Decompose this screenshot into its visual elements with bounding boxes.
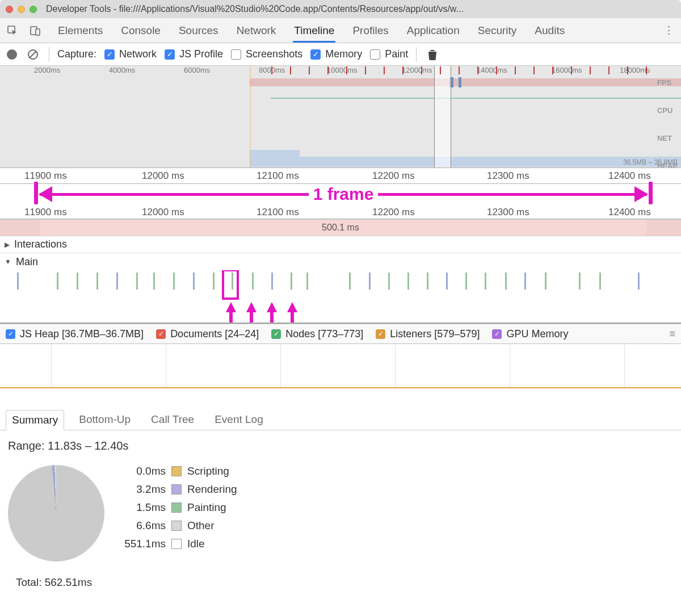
flame-event-slice[interactable] <box>485 273 486 290</box>
memory-item-listeners[interactable]: Listeners [579–579] <box>376 328 480 340</box>
flame-event-slice[interactable] <box>232 273 233 290</box>
inspect-element-icon[interactable] <box>5 23 20 39</box>
memory-item-documents[interactable]: Documents [24–24] <box>156 328 259 340</box>
flame-event-slice[interactable] <box>153 273 155 290</box>
memory-item-js-heap[interactable]: JS Heap [36.7MB–36.7MB] <box>6 328 144 340</box>
tab-bottom-up[interactable]: Bottom-Up <box>73 410 136 430</box>
tab-timeline[interactable]: Timeline <box>293 19 335 43</box>
checkbox-icon[interactable] <box>165 49 175 60</box>
section-main[interactable]: ▼ Main <box>0 253 681 270</box>
capture-option-paint[interactable]: Paint <box>370 48 408 60</box>
memory-options-icon[interactable]: ≡ <box>669 328 675 340</box>
overview-frame-mark <box>590 66 591 74</box>
flame-event-slice[interactable] <box>291 273 292 290</box>
memory-label: JS Heap [36.7MB–36.7MB] <box>20 328 144 340</box>
flame-event-slice[interactable] <box>465 273 467 290</box>
flame-event-slice[interactable] <box>136 273 138 290</box>
flame-event-slice[interactable] <box>505 273 507 290</box>
checkbox-icon[interactable] <box>231 49 241 60</box>
main-flame-chart[interactable] <box>0 270 681 324</box>
minimize-window-button[interactable] <box>18 6 25 13</box>
tab-elements[interactable]: Elements <box>57 19 104 43</box>
tab-security[interactable]: Security <box>477 19 518 43</box>
checkbox-icon[interactable] <box>6 329 15 339</box>
overview-selection[interactable] <box>434 66 451 167</box>
overview-frame-mark <box>608 66 609 74</box>
tab-network[interactable]: Network <box>236 19 278 43</box>
flame-event-slice[interactable] <box>524 273 526 290</box>
overview-frame-mark <box>646 66 647 74</box>
device-toggle-icon[interactable] <box>27 23 43 39</box>
tab-sources[interactable]: Sources <box>178 19 220 43</box>
overview-frame-marks <box>0 77 681 87</box>
ruler-mark: 12200 ms <box>372 170 415 182</box>
overview-frame-mark <box>271 66 272 74</box>
flame-event-slice[interactable] <box>77 273 78 290</box>
flame-event-slice[interactable] <box>427 273 428 290</box>
legend-row-scripting: 0.0ms Scripting <box>119 465 237 477</box>
ruler-mark: 12000 ms <box>142 207 184 218</box>
flame-event-slice[interactable] <box>193 273 195 290</box>
capture-option-memory[interactable]: Memory <box>310 48 362 60</box>
flame-event-slice[interactable] <box>369 273 371 290</box>
capture-option-screenshots[interactable]: Screenshots <box>231 48 302 60</box>
tab-summary[interactable]: Summary <box>6 410 64 430</box>
capture-option-network[interactable]: Network <box>104 48 157 60</box>
legend-row-other: 6.6ms Other <box>119 519 237 532</box>
summary-panel: Range: 11.83s – 12.40s 0.0ms Scripting 3… <box>0 430 681 598</box>
timeline-overview[interactable]: 2000ms 4000ms 6000ms 8000ms 10000ms 1200… <box>0 66 681 168</box>
checkbox-icon[interactable] <box>376 329 385 339</box>
flame-event-slice[interactable] <box>407 273 409 290</box>
tab-call-tree[interactable]: Call Tree <box>145 410 200 430</box>
legend-name: Scripting <box>187 465 229 477</box>
overflow-menu-icon[interactable]: ⋮ <box>661 23 676 39</box>
memory-chart[interactable] <box>0 344 681 388</box>
flame-event-slice[interactable] <box>446 273 448 290</box>
memory-item-nodes[interactable]: Nodes [773–773] <box>271 328 363 340</box>
flame-event-slice[interactable] <box>17 273 19 290</box>
garbage-collect-icon[interactable] <box>424 47 440 62</box>
overview-fps-line <box>271 98 681 99</box>
tab-application[interactable]: Application <box>406 19 461 43</box>
flame-event-slice[interactable] <box>57 273 58 290</box>
close-window-button[interactable] <box>6 6 13 13</box>
checkbox-icon[interactable] <box>370 49 380 60</box>
tab-event-log[interactable]: Event Log <box>209 410 269 430</box>
flame-event-slice[interactable] <box>638 273 640 290</box>
overview-frame-mark <box>402 66 403 74</box>
flame-event-slice[interactable] <box>271 273 273 290</box>
flame-event-slice[interactable] <box>173 273 175 290</box>
flame-event-slice[interactable] <box>252 273 254 290</box>
overview-frame-mark <box>290 66 291 74</box>
option-label: Screenshots <box>246 48 302 60</box>
ruler-mark: 12300 ms <box>487 170 529 182</box>
checkbox-icon[interactable] <box>310 49 321 60</box>
tab-audits[interactable]: Audits <box>533 19 566 43</box>
flame-event-slice[interactable] <box>579 273 581 290</box>
checkbox-icon[interactable] <box>104 49 115 60</box>
time-ruler-bottom[interactable]: 11900 ms 12000 ms 12100 ms 12200 ms 1230… <box>0 204 681 219</box>
flame-event-slice[interactable] <box>545 273 547 290</box>
checkbox-icon[interactable] <box>156 329 166 339</box>
record-button[interactable] <box>7 49 17 60</box>
flame-event-slice[interactable] <box>96 273 98 290</box>
flame-event-slice[interactable] <box>213 273 215 290</box>
flame-event-slice[interactable] <box>116 273 118 290</box>
ruler-mark: 12400 ms <box>608 207 651 218</box>
flame-event-slice[interactable] <box>388 273 390 290</box>
zoom-window-button[interactable] <box>30 6 37 13</box>
checkbox-icon[interactable] <box>492 329 502 339</box>
capture-option-jsprofile[interactable]: JS Profile <box>165 48 223 60</box>
frames-strip[interactable]: 500.1 ms <box>0 219 681 236</box>
clear-recording-icon[interactable] <box>25 47 41 62</box>
flame-event-slice[interactable] <box>306 273 308 290</box>
section-interactions[interactable]: ▶ Interactions <box>0 236 681 253</box>
option-label: Network <box>119 48 157 60</box>
tab-profiles[interactable]: Profiles <box>351 19 389 43</box>
memory-item-gpu[interactable]: GPU Memory <box>492 328 568 340</box>
flame-event-slice[interactable] <box>349 273 351 290</box>
checkbox-icon[interactable] <box>271 329 281 339</box>
time-ruler-top[interactable]: 11900 ms 12000 ms 12100 ms 12200 ms 1230… <box>0 168 681 184</box>
flame-event-slice[interactable] <box>599 273 601 290</box>
tab-console[interactable]: Console <box>120 19 162 43</box>
